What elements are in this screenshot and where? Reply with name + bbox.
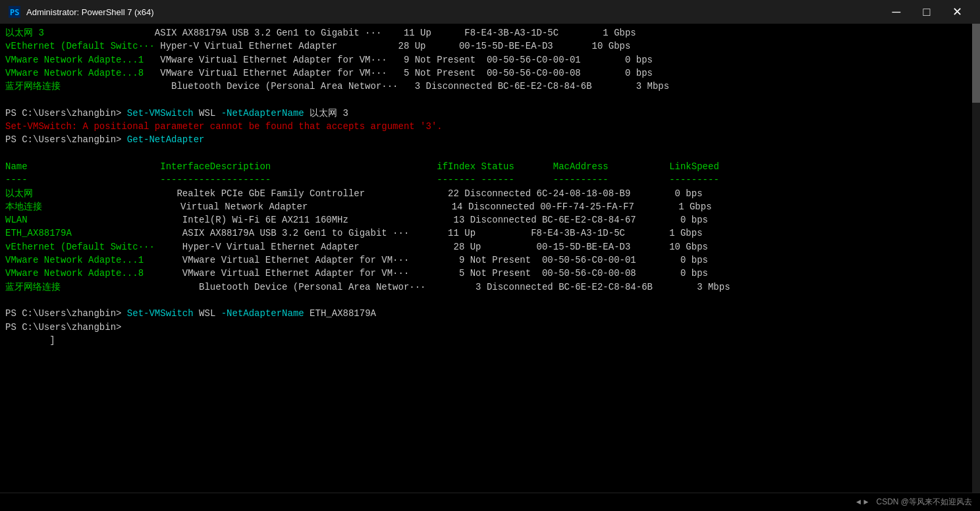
table-row: ETH_AX88179A ASIX AX88179A USB 3.2 Gen1 … — [5, 227, 975, 240]
blank-line — [5, 294, 975, 307]
powershell-window: PS Administrator: PowerShell 7 (x64) ─ □… — [0, 0, 980, 511]
command-line: PS C:\Users\zhangbin> Set-VMSwitch WSL -… — [5, 107, 975, 120]
adapter-name: vEthernet (Default Switc··· — [5, 240, 182, 254]
command-line: PS C:\Users\zhangbin> Set-VMSwitch WSL -… — [5, 307, 975, 320]
adapter-name: WLAN — [5, 213, 182, 227]
adapter-name: ETH_AX88179A — [5, 227, 182, 240]
titlebar: PS Administrator: PowerShell 7 (x64) ─ □… — [0, 0, 980, 24]
table-row: VMware Network Adapte...1 VMware Virtual… — [5, 53, 975, 67]
table-row: 本地连接 Virtual Network Adapter 14 Disconne… — [5, 200, 975, 213]
powershell-icon: PS — [8, 5, 21, 18]
blank-line — [5, 147, 975, 160]
prompt-line: PS C:\Users\zhangbin> — [5, 321, 975, 334]
adapter-name: vEthernet (Default Switc··· — [5, 40, 160, 53]
terminal-content[interactable]: 以太网 3 ASIX AX88179A USB 3.2 Gen1 to Giga… — [0, 24, 980, 493]
adapter-name: VMware Network Adapte...1 — [5, 254, 182, 267]
closing-bracket: ] — [5, 334, 975, 347]
minimize-button[interactable]: ─ — [881, 0, 912, 24]
table-row: VMware Network Adapte...8 VMware Virtual… — [5, 267, 975, 280]
table-row: vEthernet (Default Switc··· Hyper-V Virt… — [5, 240, 975, 254]
adapter-name: 以太网 3 — [5, 26, 155, 40]
window-controls: ─ □ ✕ — [881, 0, 972, 24]
adapter-name: 本地连接 — [5, 200, 180, 213]
adapter-name: VMware Network Adapte...8 — [5, 67, 160, 80]
svg-text:PS: PS — [10, 8, 19, 17]
table-row: WLAN Intel(R) Wi-Fi 6E AX211 160MHz 13 D… — [5, 213, 975, 227]
scroll-arrows: ◄ ► — [856, 498, 868, 507]
adapter-name: VMware Network Adapte...1 — [5, 53, 160, 67]
scroll-right-icon[interactable]: ► — [863, 498, 868, 507]
adapter-name: 蓝牙网络连接 — [5, 281, 199, 294]
table-row: VMware Network Adapte...1 VMware Virtual… — [5, 254, 975, 267]
bottom-bar: ◄ ► CSDN @等风来不如迎风去 — [0, 493, 980, 511]
table-row: vEthernet (Default Switc··· Hyper-V Virt… — [5, 40, 975, 53]
maximize-button[interactable]: □ — [912, 0, 942, 24]
col-header-name: Name InterfaceDescription ifIndex Status… — [5, 160, 719, 173]
adapter-name: 蓝牙网络连接 — [5, 80, 171, 93]
close-button[interactable]: ✕ — [942, 0, 972, 24]
scroll-left-icon[interactable]: ◄ — [856, 498, 861, 507]
window-title: Administrator: PowerShell 7 (x64) — [26, 7, 881, 17]
command-line: PS C:\Users\zhangbin> Get-NetAdapter — [5, 133, 975, 146]
table-row: 蓝牙网络连接 Bluetooth Device (Personal Area N… — [5, 80, 975, 93]
table-row: VMware Network Adapte...8 VMware Virtual… — [5, 67, 975, 80]
error-line: Set-VMSwitch: A positional parameter can… — [5, 120, 975, 133]
watermark: CSDN @等风来不如迎风去 — [876, 497, 972, 508]
table-divider: ---- -------------------- ------- ------… — [5, 173, 975, 186]
table-row: 蓝牙网络连接 Bluetooth Device (Personal Area N… — [5, 281, 975, 294]
table-row: 以太网 3 ASIX AX88179A USB 3.2 Gen1 to Giga… — [5, 26, 975, 40]
scrollbar-thumb[interactable] — [972, 24, 980, 103]
adapter-name: VMware Network Adapte...8 — [5, 267, 182, 280]
table-row: 以太网 Realtek PCIe GbE Family Controller 2… — [5, 187, 975, 200]
table-header-row: Name InterfaceDescription ifIndex Status… — [5, 160, 975, 173]
scrollbar[interactable] — [972, 24, 980, 493]
blank-line — [5, 93, 975, 106]
adapter-name: 以太网 — [5, 187, 177, 200]
